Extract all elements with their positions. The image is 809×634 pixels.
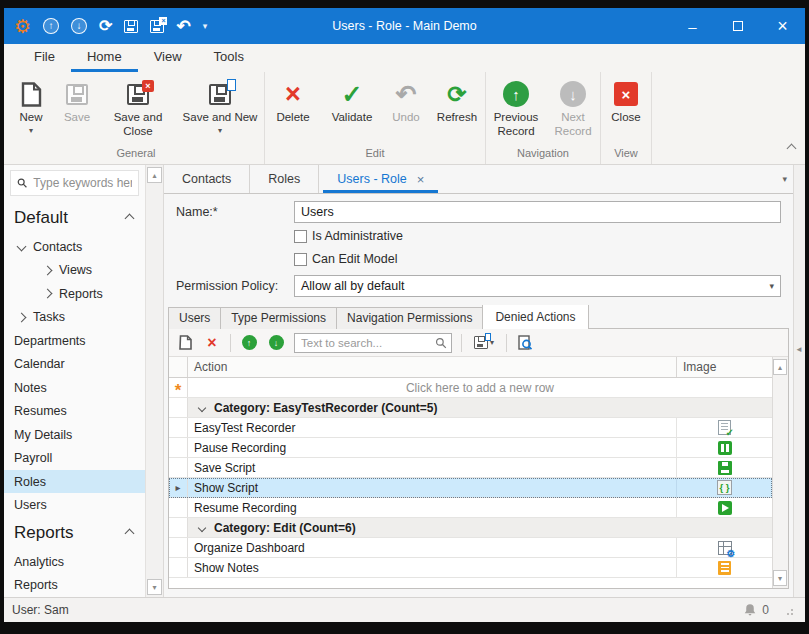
column-header-image[interactable]: Image <box>676 357 772 377</box>
tab-denied-actions[interactable]: Denied Actions <box>482 305 588 329</box>
layout-dropdown-button[interactable]: ▾ <box>471 334 497 352</box>
grid-scrollbar[interactable]: ▴ ▾ <box>772 357 788 588</box>
status-bar: User: Sam 0 <box>4 597 805 622</box>
new-row-star-icon: * <box>175 386 182 396</box>
scroll-up-button[interactable]: ▴ <box>147 167 162 183</box>
new-row-button[interactable] <box>176 334 194 352</box>
close-window-button[interactable]: × <box>760 8 805 44</box>
maximize-button[interactable] <box>715 8 760 44</box>
sidebar-scrollbar[interactable]: ▴ ▾ <box>145 165 164 597</box>
save-button[interactable]: Save <box>54 76 100 145</box>
qat-customize-dropdown[interactable]: ▾ <box>203 21 208 31</box>
validate-button[interactable]: ✓ Validate <box>321 76 383 145</box>
new-row[interactable]: * Click here to add a new row <box>169 378 772 398</box>
grid-row-show-script[interactable]: ▸ Show Script { } <box>169 478 772 498</box>
sidebar-item-tasks[interactable]: Tasks <box>4 305 145 329</box>
undo-button[interactable]: ↶ Undo <box>383 76 429 145</box>
sidebar-item-notes[interactable]: Notes <box>4 376 145 400</box>
sidebar-item-resumes[interactable]: Resumes <box>4 399 145 423</box>
close-view-button[interactable]: × Close <box>601 76 651 145</box>
group-row-edit[interactable]: Category: Edit (Count=6) <box>169 518 772 538</box>
column-header-action[interactable]: Action <box>188 357 676 377</box>
minimize-button[interactable]: – <box>670 8 715 44</box>
delete-row-button[interactable]: × <box>203 334 221 352</box>
grid-row-resume-recording[interactable]: Resume Recording <box>169 498 772 518</box>
group-row-easytestrecorder[interactable]: Category: EasyTestRecorder (Count=5) <box>169 398 772 418</box>
delete-button[interactable]: × Delete <box>265 76 321 145</box>
sidebar-item-payroll[interactable]: Payroll <box>4 446 145 470</box>
close-view-icon: × <box>614 82 638 106</box>
is-administrative-checkbox[interactable]: Is Administrative <box>294 226 781 246</box>
show-script-icon: { } <box>717 480 732 495</box>
doc-tab-users-role[interactable]: Users - Role × <box>319 165 442 193</box>
ribbon-tab-tools[interactable]: Tools <box>198 44 260 72</box>
qat-previous-record-button[interactable]: ↑ <box>43 18 59 34</box>
grid-search-input[interactable] <box>301 337 435 349</box>
save-and-close-button[interactable]: × Save and Close <box>100 76 176 145</box>
sidebar-item-my-details[interactable]: My Details <box>4 423 145 447</box>
nav-group-default[interactable]: Default <box>4 202 145 235</box>
toolbar-separator <box>230 334 231 352</box>
title-bar: ⚙ ↑ ↓ ⟳ × ↶ ▾ Users - Role - Main Demo –… <box>4 8 805 44</box>
search-icon <box>17 177 27 189</box>
doc-tab-roles[interactable]: Roles <box>250 165 319 193</box>
collapse-ribbon-button[interactable] <box>788 138 795 156</box>
ribbon-tab-file[interactable]: File <box>18 44 71 72</box>
qat-refresh-button[interactable]: ⟳ <box>99 18 112 34</box>
right-splitter-strip[interactable]: ◄ <box>793 165 805 597</box>
scroll-down-button[interactable]: ▾ <box>773 570 787 586</box>
grid-row-easytest-recorder[interactable]: EasyTest Recorder ✓ <box>169 418 772 438</box>
next-record-button[interactable]: ↓ Next Record <box>546 76 600 145</box>
qat-next-record-button[interactable]: ↓ <box>71 18 87 34</box>
move-down-button[interactable]: ↓ <box>267 334 285 352</box>
sidebar-search-input[interactable] <box>33 176 132 190</box>
resize-grip[interactable] <box>784 606 793 615</box>
sidebar-item-analytics[interactable]: Analytics <box>4 550 145 574</box>
sidebar-item-reports2[interactable]: Reports <box>4 574 145 597</box>
previous-record-button[interactable]: ↑ Previous Record <box>486 76 546 145</box>
grid-search-box[interactable] <box>294 333 452 353</box>
new-button[interactable]: New ▾ <box>8 76 54 145</box>
move-up-button[interactable]: ↑ <box>240 334 258 352</box>
ribbon-tab-home[interactable]: Home <box>71 44 138 72</box>
tab-list-dropdown[interactable]: ▾ <box>782 174 787 184</box>
ribbon-group-edit: × Delete ✓ Validate ↶ Undo ⟳ Refresh Edi… <box>265 72 486 164</box>
checkbox-icon <box>294 230 307 243</box>
save-and-new-button[interactable]: Save and New ▾ <box>176 76 264 145</box>
grid-row-pause-recording[interactable]: Pause Recording <box>169 438 772 458</box>
sidebar-item-roles[interactable]: Roles <box>4 470 145 494</box>
chevron-down-icon: ▾ <box>29 126 33 135</box>
sidebar-item-calendar[interactable]: Calendar <box>4 352 145 376</box>
sidebar-item-reports[interactable]: Reports <box>4 282 145 306</box>
new-document-badge-icon <box>485 333 491 341</box>
permission-policy-dropdown[interactable]: Allow all by default ▾ <box>294 275 781 297</box>
grid-row-organize-dashboard[interactable]: Organize Dashboard ⚙ <box>169 538 772 558</box>
name-field[interactable] <box>294 201 781 223</box>
can-edit-model-checkbox[interactable]: Can Edit Model <box>294 249 781 269</box>
doc-tab-contacts[interactable]: Contacts <box>164 165 250 193</box>
nav-group-reports[interactable]: Reports <box>4 517 145 550</box>
scroll-down-button[interactable]: ▾ <box>147 579 162 595</box>
qat-undo-button[interactable]: ↶ <box>176 18 190 35</box>
sidebar-item-users[interactable]: Users <box>4 493 145 517</box>
sidebar-search-box[interactable] <box>10 170 139 196</box>
sidebar-item-views[interactable]: Views <box>4 258 145 282</box>
ribbon-tab-view[interactable]: View <box>138 44 198 72</box>
print-preview-button[interactable] <box>516 334 534 352</box>
app-gear-icon[interactable]: ⚙ <box>14 17 31 36</box>
tab-type-permissions[interactable]: Type Permissions <box>220 307 337 329</box>
tab-navigation-permissions[interactable]: Navigation Permissions <box>336 307 483 329</box>
sidebar-item-contacts[interactable]: Contacts <box>4 235 145 259</box>
detail-view: Contacts Roles Users - Role × ▾ Name:* I… <box>164 165 793 597</box>
quick-access-toolbar: ⚙ ↑ ↓ ⟳ × ↶ ▾ <box>4 17 207 36</box>
grid-row-save-script[interactable]: Save Script <box>169 458 772 478</box>
grid-row-show-notes[interactable]: Show Notes <box>169 558 772 578</box>
tab-users[interactable]: Users <box>168 307 221 329</box>
sidebar-item-departments[interactable]: Departments <box>4 329 145 353</box>
refresh-button[interactable]: ⟳ Refresh <box>429 76 485 145</box>
qat-save-and-close-button[interactable]: × <box>150 20 164 33</box>
qat-save-button[interactable] <box>124 20 138 33</box>
scroll-up-button[interactable]: ▴ <box>773 359 787 375</box>
notifications-bell-icon[interactable] <box>743 603 757 617</box>
close-tab-icon[interactable]: × <box>417 172 425 187</box>
